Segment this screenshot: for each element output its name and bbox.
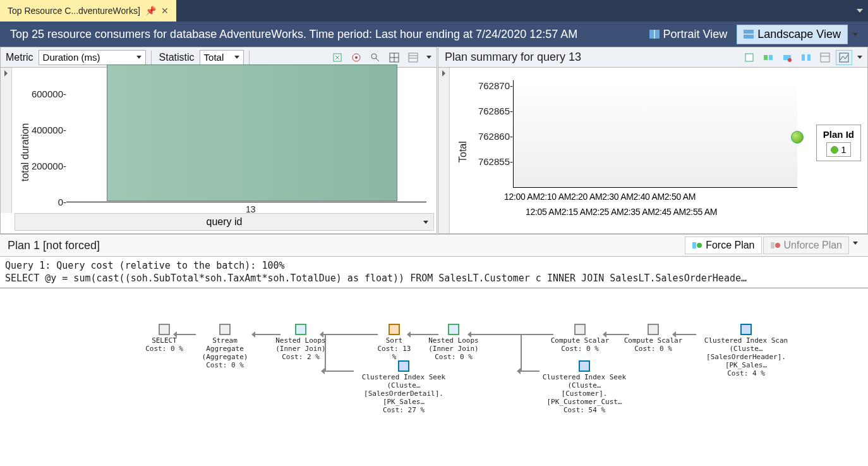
collapse-right-button[interactable] bbox=[438, 68, 450, 233]
multi-icon bbox=[801, 52, 811, 63]
statistic-dropdown[interactable]: Total bbox=[200, 50, 244, 65]
refresh-button[interactable] bbox=[741, 50, 757, 65]
svg-point-2 bbox=[355, 56, 358, 59]
magnifier-icon bbox=[370, 52, 380, 63]
plan-node-index-seek[interactable]: Clustered Index Seek (Cluste… [Customer]… bbox=[531, 360, 638, 415]
bar-chart[interactable]: total duration 600000- 400000- 200000- 0… bbox=[12, 68, 437, 213]
query-text: Query 1: Query cost (relative to the bat… bbox=[0, 257, 868, 288]
grid-button[interactable] bbox=[817, 50, 833, 65]
sort-icon bbox=[389, 324, 400, 335]
x-tick: 12:05 AM bbox=[526, 207, 562, 217]
svg-rect-13 bbox=[769, 55, 773, 60]
table-icon bbox=[159, 324, 170, 335]
close-icon[interactable]: ✕ bbox=[161, 6, 169, 16]
table-icon bbox=[408, 52, 418, 63]
table-view-button[interactable] bbox=[405, 50, 421, 65]
chevron-down-icon bbox=[234, 56, 239, 59]
plan-node-nested-loops[interactable]: Nested Loops (Inner Join) Cost: 2 % bbox=[275, 324, 326, 362]
plan-icon bbox=[782, 52, 792, 63]
compare-button[interactable] bbox=[760, 50, 776, 65]
chevron-down-icon[interactable] bbox=[426, 56, 431, 59]
tab-title: Top Resource C...dventureWorks] bbox=[8, 6, 140, 16]
metric-label: Metric bbox=[3, 52, 36, 63]
statistic-label: Statistic bbox=[157, 52, 197, 63]
bar-13[interactable] bbox=[107, 64, 397, 201]
plan-node-index-scan[interactable]: Clustered Index Scan (Cluste… [SalesOrde… bbox=[692, 324, 800, 378]
landscape-view-button[interactable]: Landscape View bbox=[737, 25, 848, 44]
legend-title: Plan Id bbox=[823, 129, 854, 140]
plan-node-compute-scalar[interactable]: Compute Scalar Cost: 0 % bbox=[622, 324, 685, 353]
portrait-view-button[interactable]: Portrait View bbox=[642, 25, 735, 44]
svg-rect-8 bbox=[409, 53, 418, 62]
resource-chart-panel: Metric Duration (ms) Statistic Total bbox=[0, 47, 437, 234]
chevron-down-icon[interactable] bbox=[853, 242, 858, 245]
svg-rect-23 bbox=[771, 242, 775, 248]
chevron-down-icon bbox=[136, 56, 142, 59]
svg-rect-16 bbox=[802, 54, 805, 61]
chevron-down-icon bbox=[423, 221, 428, 224]
execution-plan[interactable]: SELECT Cost: 0 % Stream Aggregate (Aggre… bbox=[0, 288, 868, 434]
multi-plan-button[interactable] bbox=[798, 50, 814, 65]
plan-node-sort[interactable]: Sort Cost: 13 % bbox=[375, 324, 413, 362]
x-tick: 2:40 AM bbox=[634, 192, 665, 202]
scatter-chart[interactable]: Total 762870- 762865- 762860- 762855- 12… bbox=[450, 68, 867, 233]
plan-node-nested-loops[interactable]: Nested Loops (Inner Join) Cost: 0 % bbox=[428, 324, 479, 362]
seek-icon bbox=[579, 360, 590, 372]
refresh-icon bbox=[332, 52, 342, 63]
header-title: Top 25 resource consumers for database A… bbox=[10, 28, 577, 41]
svg-rect-12 bbox=[764, 55, 768, 60]
svg-rect-17 bbox=[807, 54, 811, 61]
header-bar: Top 25 resource consumers for database A… bbox=[0, 21, 868, 47]
join-icon bbox=[448, 324, 459, 335]
grid-icon bbox=[389, 52, 399, 63]
svg-point-24 bbox=[775, 243, 780, 248]
plan-node-compute-scalar[interactable]: Compute Scalar Cost: 0 % bbox=[548, 324, 612, 353]
svg-rect-11 bbox=[745, 54, 753, 61]
x-tick: 2:30 AM bbox=[602, 192, 633, 202]
plan-title: Plan 1 [not forced] bbox=[8, 239, 100, 252]
unforce-icon bbox=[770, 240, 780, 250]
x-tick: 2:10 AM bbox=[540, 192, 571, 202]
titlebar-menu[interactable] bbox=[857, 0, 868, 21]
metric-dropdown[interactable]: Duration (ms) bbox=[39, 50, 146, 65]
plan-node-select[interactable]: SELECT Cost: 0 % bbox=[145, 324, 183, 353]
image-icon bbox=[839, 52, 849, 63]
chevron-down-icon[interactable] bbox=[857, 56, 862, 59]
chart-button[interactable] bbox=[836, 50, 852, 65]
refresh-button[interactable] bbox=[329, 50, 346, 65]
svg-point-3 bbox=[371, 54, 377, 59]
arrow-right-icon bbox=[4, 70, 8, 77]
x-tick: 2:25 AM bbox=[593, 207, 624, 217]
legend-item[interactable]: 1 bbox=[826, 142, 850, 157]
plan-node-aggregate[interactable]: Stream Aggregate (Aggregate) Cost: 0 % bbox=[193, 324, 256, 370]
x-tick: 2:20 AM bbox=[571, 192, 602, 202]
document-tab[interactable]: Top Resource C...dventureWorks] 📌 ✕ bbox=[0, 0, 176, 21]
x-tick: 12:00 AM bbox=[504, 192, 540, 202]
plan-header-bar: Plan 1 [not forced] Force Plan Unforce P… bbox=[0, 234, 868, 257]
pin-icon[interactable]: 📌 bbox=[145, 6, 156, 16]
dot-icon bbox=[831, 146, 838, 154]
seek-icon bbox=[398, 360, 409, 372]
table-icon bbox=[820, 52, 830, 63]
landscape-icon bbox=[744, 30, 754, 39]
svg-point-22 bbox=[697, 243, 702, 248]
landscape-label: Landscape View bbox=[757, 28, 841, 41]
query-text-button[interactable] bbox=[367, 50, 383, 65]
x-axis-label: query id bbox=[207, 216, 243, 228]
target-button[interactable] bbox=[348, 50, 365, 65]
compare-icon bbox=[763, 52, 773, 63]
x-tick: 2:45 AM bbox=[655, 207, 686, 217]
svg-line-4 bbox=[376, 58, 379, 61]
portrait-icon bbox=[649, 30, 660, 39]
grid-view-button[interactable] bbox=[386, 50, 402, 65]
single-plan-button[interactable] bbox=[779, 50, 795, 65]
plan-node-index-seek[interactable]: Clustered Index Seek (Cluste… [SalesOrde… bbox=[350, 360, 457, 415]
x-axis-dropdown[interactable]: query id bbox=[15, 213, 434, 231]
force-plan-button[interactable]: Force Plan bbox=[685, 236, 761, 254]
legend: Plan Id 1 bbox=[816, 125, 861, 161]
scan-icon bbox=[740, 324, 752, 335]
collapse-left-button[interactable] bbox=[1, 68, 12, 213]
chevron-down-icon[interactable] bbox=[853, 33, 858, 36]
svg-rect-18 bbox=[821, 53, 829, 62]
plan-data-point[interactable] bbox=[791, 131, 804, 144]
